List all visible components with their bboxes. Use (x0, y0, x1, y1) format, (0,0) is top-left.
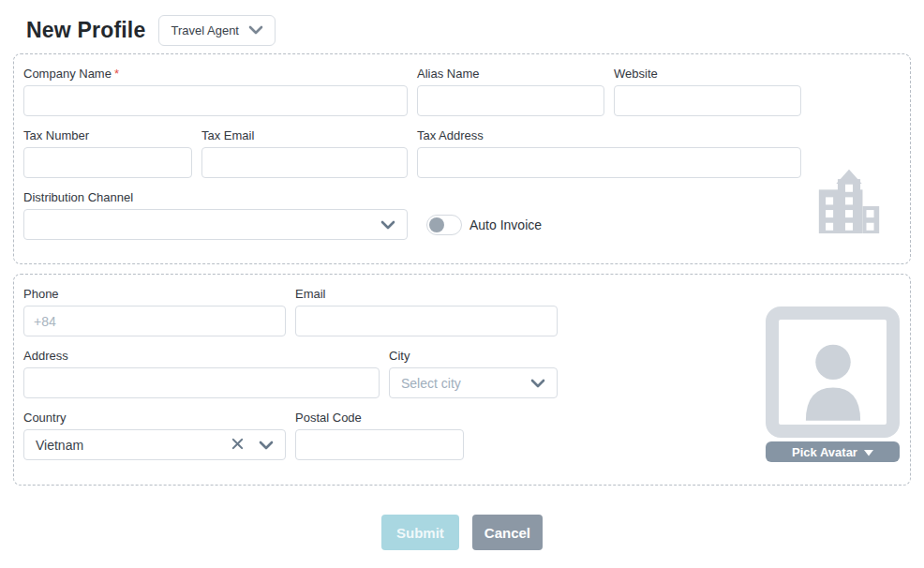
page-title: New Profile (26, 18, 145, 43)
company-name-label: Company Name* (23, 67, 408, 81)
address-field: Address (23, 349, 380, 398)
distribution-channel-select[interactable] (23, 209, 408, 240)
auto-invoice-label: Auto Invoice (469, 217, 542, 232)
clear-x-icon[interactable] (231, 438, 244, 453)
alias-name-input[interactable] (417, 85, 604, 116)
avatar-picker: Pick Avatar (766, 306, 900, 462)
phone-label: Phone (23, 287, 286, 301)
distribution-channel-field: Distribution Channel (23, 190, 408, 240)
alias-name-label: Alias Name (417, 67, 604, 81)
email-field: Email (295, 287, 558, 336)
tax-email-input[interactable] (201, 147, 408, 178)
page-header: New Profile Travel Agent (0, 0, 924, 53)
company-row-1: Company Name* Alias Name Website (23, 67, 901, 116)
email-input[interactable] (295, 306, 558, 336)
email-label: Email (295, 287, 558, 301)
address-label: Address (23, 349, 380, 363)
tax-email-label: Tax Email (201, 128, 408, 142)
postal-code-input[interactable] (295, 429, 464, 460)
company-row-3: Distribution Channel Auto Invoice (23, 190, 901, 240)
contact-section: Phone Email Address City Select city Cou… (13, 274, 911, 486)
postal-code-label: Postal Code (295, 411, 464, 425)
avatar-preview (766, 306, 900, 438)
cancel-button[interactable]: Cancel (472, 515, 543, 550)
address-input[interactable] (23, 367, 380, 398)
website-input[interactable] (614, 85, 801, 116)
country-select[interactable]: Vietnam (23, 429, 286, 460)
city-select[interactable]: Select city (389, 367, 558, 398)
city-field: City Select city (389, 349, 558, 398)
chevron-down-icon (248, 23, 263, 37)
office-building-icon (812, 164, 886, 237)
phone-field: Phone (23, 287, 286, 336)
company-name-field: Company Name* (23, 67, 408, 116)
postal-code-field: Postal Code (295, 411, 464, 460)
chevron-down-icon (380, 217, 395, 232)
company-name-input[interactable] (23, 85, 408, 116)
pick-avatar-button[interactable]: Pick Avatar (766, 441, 900, 462)
website-label: Website (614, 67, 801, 81)
person-silhouette-icon (784, 331, 882, 425)
tax-email-field: Tax Email (201, 128, 408, 178)
chevron-down-icon (530, 376, 545, 391)
tax-address-label: Tax Address (417, 128, 801, 142)
submit-button[interactable]: Submit (381, 515, 459, 550)
tax-address-input[interactable] (417, 147, 801, 178)
city-placeholder: Select city (401, 376, 530, 391)
country-field: Country Vietnam (23, 411, 286, 460)
tax-address-field: Tax Address (417, 128, 801, 178)
auto-invoice-group: Auto Invoice (426, 209, 542, 240)
company-row-2: Tax Number Tax Email Tax Address (23, 128, 901, 178)
website-field: Website (614, 67, 801, 116)
alias-name-field: Alias Name (417, 67, 604, 116)
tax-number-field: Tax Number (23, 128, 192, 178)
required-asterisk: * (114, 67, 119, 81)
tax-number-input[interactable] (23, 147, 192, 178)
country-value: Vietnam (36, 438, 231, 453)
phone-input[interactable] (23, 306, 286, 336)
company-section: Company Name* Alias Name Website Tax Num… (13, 53, 911, 264)
tax-number-label: Tax Number (23, 128, 192, 142)
city-label: City (389, 349, 558, 363)
distribution-channel-label: Distribution Channel (23, 190, 408, 204)
chevron-down-icon (259, 438, 274, 453)
caret-down-icon (864, 445, 873, 459)
profile-type-value: Travel Agent (171, 23, 239, 37)
profile-type-dropdown[interactable]: Travel Agent (158, 15, 276, 46)
toggle-knob (429, 217, 444, 232)
form-actions: Submit Cancel (0, 515, 924, 550)
auto-invoice-toggle[interactable] (426, 215, 462, 235)
pick-avatar-label: Pick Avatar (792, 445, 857, 459)
country-label: Country (23, 411, 286, 425)
